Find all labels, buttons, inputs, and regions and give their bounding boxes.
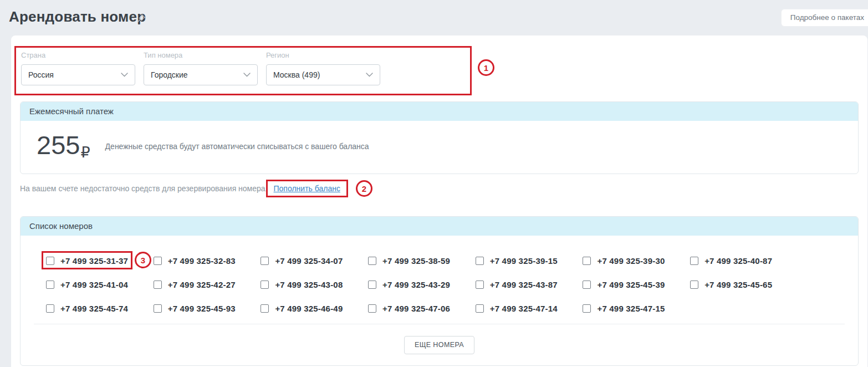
chevron-down-icon bbox=[366, 73, 373, 77]
phone-number-label: +7 499 325-39-15 bbox=[490, 256, 558, 266]
checkbox-icon[interactable] bbox=[46, 281, 54, 289]
phone-number-option[interactable]: +7 499 325-47-06 bbox=[368, 304, 450, 313]
phone-number-label: +7 499 325-42-27 bbox=[168, 280, 236, 289]
phone-number-option[interactable]: +7 499 325-39-30 bbox=[583, 256, 665, 266]
more-numbers-button[interactable]: ЕЩЕ НОМЕРА bbox=[404, 336, 474, 354]
checkbox-icon[interactable] bbox=[154, 304, 162, 313]
checkbox-icon[interactable] bbox=[261, 304, 269, 313]
checkbox-icon[interactable] bbox=[261, 281, 269, 289]
checkbox-icon[interactable] bbox=[46, 304, 54, 313]
phone-number-option[interactable]: +7 499 325-47-15 bbox=[583, 304, 665, 313]
phone-number-label: +7 499 325-34-07 bbox=[275, 256, 343, 266]
balance-warning-text: На вашем счете недостаточно средств для … bbox=[20, 184, 268, 193]
phone-number-label: +7 499 325-31-37 bbox=[60, 256, 128, 266]
monthly-price: 255₽ bbox=[37, 132, 90, 160]
balance-warning-row: На вашем счете недостаточно средств для … bbox=[20, 178, 859, 199]
checkbox-icon[interactable] bbox=[368, 281, 376, 289]
page-title: Арендовать номер bbox=[9, 8, 146, 26]
numbers-grid: +7 499 325-31-373+7 499 325-32-83+7 499 … bbox=[21, 236, 858, 320]
phone-number-label: +7 499 325-45-74 bbox=[60, 304, 128, 313]
phone-number-label: +7 499 325-38-59 bbox=[382, 256, 450, 266]
checkbox-icon[interactable] bbox=[46, 257, 54, 265]
pin-icon[interactable] bbox=[136, 13, 146, 23]
region-select[interactable]: Москва (499) bbox=[266, 64, 380, 85]
page-header: Арендовать номер Подробнее о пакетах bbox=[0, 0, 868, 35]
phone-number-label: +7 499 325-47-14 bbox=[490, 304, 558, 313]
phone-number-label: +7 499 325-39-30 bbox=[597, 256, 665, 266]
checkbox-icon[interactable] bbox=[583, 257, 591, 265]
numbers-list-panel: Список номеров +7 499 325-31-373+7 499 3… bbox=[20, 216, 859, 366]
number-type-field: Тип номера Городские bbox=[144, 51, 258, 85]
price-amount: 255 bbox=[37, 130, 80, 160]
country-label: Страна bbox=[21, 51, 135, 59]
checkbox-icon[interactable] bbox=[476, 257, 484, 265]
monthly-price-description: Денежные средства будут автоматически сп… bbox=[105, 142, 369, 151]
phone-number-option[interactable]: +7 499 325-45-74 bbox=[46, 304, 128, 313]
checkbox-icon[interactable] bbox=[368, 257, 376, 265]
phone-number-option[interactable]: +7 499 325-42-27 bbox=[154, 280, 236, 289]
checkbox-icon[interactable] bbox=[154, 257, 162, 265]
phone-number-label: +7 499 325-45-93 bbox=[168, 304, 236, 313]
phone-number-option[interactable]: +7 499 325-46-49 bbox=[261, 304, 343, 313]
monthly-payment-header: Ежемесячный платеж bbox=[21, 102, 858, 121]
phone-number-option[interactable]: +7 499 325-47-14 bbox=[476, 304, 558, 313]
checkbox-icon[interactable] bbox=[690, 281, 698, 289]
phone-number-label: +7 499 325-43-29 bbox=[382, 280, 450, 289]
more-numbers-row: ЕЩЕ НОМЕРА bbox=[21, 324, 858, 365]
phone-number-option[interactable]: +7 499 325-45-65 bbox=[690, 280, 772, 289]
top-up-balance-link[interactable]: Пополнить баланс bbox=[274, 184, 340, 193]
region-select-value: Москва (499) bbox=[273, 70, 320, 79]
country-field: Страна Россия bbox=[21, 51, 135, 85]
phone-number-label: +7 499 325-45-39 bbox=[597, 280, 665, 289]
checkbox-icon[interactable] bbox=[476, 304, 484, 313]
phone-number-label: +7 499 325-45-65 bbox=[704, 280, 772, 289]
country-select[interactable]: Россия bbox=[21, 64, 135, 85]
phone-number-option[interactable]: +7 499 325-40-87 bbox=[690, 256, 772, 266]
phone-number-option[interactable]: +7 499 325-31-373 bbox=[46, 256, 128, 266]
packages-details-button[interactable]: Подробнее о пакетах bbox=[781, 9, 868, 27]
filters-row: Страна Россия Тип номера Городские Регио… bbox=[20, 44, 859, 95]
number-type-select[interactable]: Городские bbox=[144, 64, 258, 85]
ruble-sign: ₽ bbox=[80, 144, 90, 161]
phone-number-option[interactable]: +7 499 325-43-08 bbox=[261, 280, 343, 289]
annotation-box-2: Пополнить баланс bbox=[266, 180, 348, 197]
phone-number-option[interactable]: +7 499 325-41-04 bbox=[46, 280, 128, 289]
monthly-payment-panel: Ежемесячный платеж 255₽ Денежные средств… bbox=[20, 101, 859, 174]
checkbox-icon[interactable] bbox=[690, 257, 698, 265]
phone-number-label: +7 499 325-43-87 bbox=[490, 280, 558, 289]
checkbox-icon[interactable] bbox=[261, 257, 269, 265]
number-type-label: Тип номера bbox=[144, 51, 258, 59]
region-field: Регион Москва (499) bbox=[266, 51, 380, 85]
phone-number-option[interactable]: +7 499 325-45-39 bbox=[583, 280, 665, 289]
annotation-circle-2: 2 bbox=[356, 180, 372, 197]
phone-number-label: +7 499 325-32-83 bbox=[168, 256, 236, 266]
phone-number-option[interactable]: +7 499 325-39-15 bbox=[476, 256, 558, 266]
annotation-circle-3: 3 bbox=[135, 252, 151, 268]
checkbox-icon[interactable] bbox=[583, 281, 591, 289]
annotation-circle-1: 1 bbox=[478, 59, 494, 76]
chevron-down-icon bbox=[121, 73, 128, 77]
phone-number-option[interactable]: +7 499 325-43-87 bbox=[476, 280, 558, 289]
phone-number-option[interactable]: +7 499 325-43-29 bbox=[368, 280, 450, 289]
phone-number-option[interactable]: +7 499 325-45-93 bbox=[154, 304, 236, 313]
phone-number-option[interactable]: +7 499 325-34-07 bbox=[261, 256, 343, 266]
phone-number-label: +7 499 325-47-15 bbox=[597, 304, 665, 313]
phone-number-option[interactable]: +7 499 325-32-83 bbox=[154, 256, 236, 266]
region-label: Регион bbox=[266, 51, 380, 59]
phone-number-label: +7 499 325-41-04 bbox=[60, 280, 128, 289]
checkbox-icon[interactable] bbox=[476, 281, 484, 289]
phone-number-label: +7 499 325-43-08 bbox=[275, 280, 343, 289]
phone-number-label: +7 499 325-46-49 bbox=[275, 304, 343, 313]
checkbox-icon[interactable] bbox=[583, 304, 591, 313]
phone-number-label: +7 499 325-40-87 bbox=[704, 256, 772, 266]
number-type-select-value: Городские bbox=[151, 70, 188, 79]
chevron-down-icon bbox=[243, 73, 251, 77]
checkbox-icon[interactable] bbox=[368, 304, 376, 313]
country-select-value: Россия bbox=[28, 70, 54, 79]
rent-number-page: { "page": { "title": "Арендовать номер" … bbox=[0, 0, 868, 367]
main-card: Страна Россия Тип номера Городские Регио… bbox=[11, 35, 867, 367]
phone-number-label: +7 499 325-47-06 bbox=[382, 304, 450, 313]
phone-number-option[interactable]: +7 499 325-38-59 bbox=[368, 256, 450, 266]
annotation-box-1: Страна Россия Тип номера Городские Регио… bbox=[14, 46, 472, 95]
checkbox-icon[interactable] bbox=[154, 281, 162, 289]
